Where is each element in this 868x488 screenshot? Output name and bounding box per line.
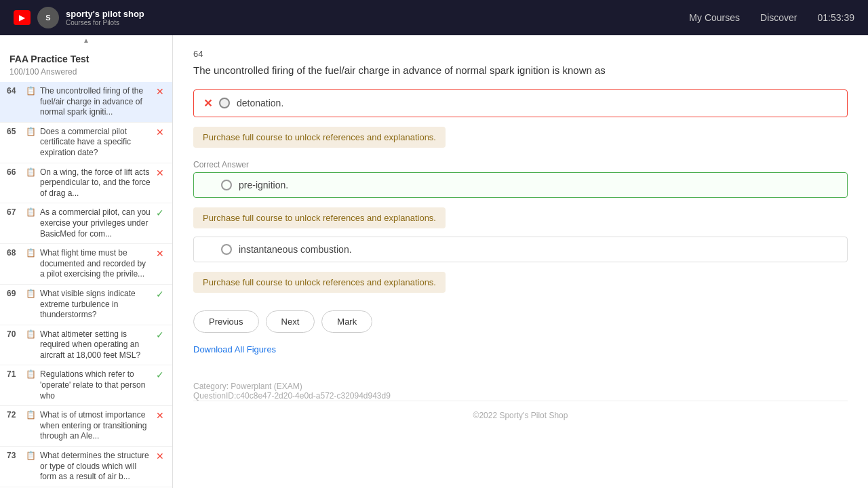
- sidebar-item-icon: 📋: [26, 86, 36, 96]
- sidebar-item-num: 72: [7, 410, 22, 420]
- sidebar-item-status: ✕: [155, 167, 165, 178]
- answer-text-b: pre-ignition.: [239, 180, 288, 190]
- answer-option-a[interactable]: ✕ detonation.: [193, 89, 848, 117]
- answer-option-c[interactable]: instantaneous combustion.: [193, 237, 848, 262]
- sidebar-item-status: ✓: [155, 369, 165, 380]
- sidebar-item-num: 69: [7, 289, 22, 298]
- sidebar-item-icon: 📋: [26, 410, 36, 420]
- sidebar-item-text: On a wing, the force of lift acts perpen…: [40, 167, 151, 199]
- timer: 01:53:39: [818, 12, 855, 23]
- unlock-banner-a: Purchase full course to unlock reference…: [193, 127, 446, 148]
- youtube-button[interactable]: [14, 10, 31, 25]
- question-number: 64: [193, 49, 848, 59]
- sidebar-item-status: ✕: [155, 410, 165, 421]
- sidebar-item-status: ✓: [155, 289, 165, 300]
- sidebar-item-icon: 📋: [26, 207, 36, 217]
- sidebar-item-text: What is of utmost importance when enteri…: [40, 410, 151, 442]
- sidebar-item-num: 65: [7, 127, 22, 136]
- sidebar-title: FAA Practice Test: [0, 45, 172, 67]
- sidebar-item-text: What determines the structure or type of…: [40, 451, 151, 483]
- question-text: The uncontrolled firing of the fuel/air …: [193, 63, 848, 79]
- sidebar-item-status: ✓: [155, 207, 165, 218]
- sidebar-item-text: What visible signs indicate extreme turb…: [40, 289, 151, 321]
- sidebar-item-status: ✕: [155, 451, 165, 462]
- sidebar-item-num: 71: [7, 369, 22, 379]
- sidebar-item-icon: 📋: [26, 167, 36, 177]
- answer-option-b[interactable]: pre-ignition.: [193, 172, 848, 198]
- footer: ©2022 Sporty's Pilot Shop: [193, 401, 848, 430]
- sidebar-item-67[interactable]: 67 📋 As a commercial pilot, can you exer…: [0, 203, 172, 244]
- nav-my-courses[interactable]: My Courses: [689, 12, 740, 23]
- sidebar-item-73[interactable]: 73 📋 What determines the structure or ty…: [0, 447, 172, 487]
- answer-text-c: instantaneous combustion.: [239, 244, 352, 255]
- sidebar-item-status: ✕: [155, 248, 165, 259]
- sidebar-item-icon: 📋: [26, 329, 36, 339]
- sidebar-item-72[interactable]: 72 📋 What is of utmost importance when e…: [0, 406, 172, 447]
- category: Category: Powerplant (EXAM): [193, 382, 848, 391]
- sidebar-item-icon: 📋: [26, 451, 36, 460]
- sidebar-item-status: ✕: [155, 127, 165, 138]
- app-header: S sporty's pilot shop Courses for Pilots…: [0, 0, 868, 35]
- sidebar-scroll-up[interactable]: ▲: [0, 35, 172, 45]
- logo-avatar: S: [37, 7, 59, 28]
- download-figures-link[interactable]: Download All Figures: [193, 344, 276, 354]
- header-left: S sporty's pilot shop Courses for Pilots: [14, 7, 144, 28]
- sidebar-item-icon: 📋: [26, 248, 36, 258]
- main-content: 64 The uncontrolled firing of the fuel/a…: [173, 35, 868, 488]
- sidebar-item-num: 67: [7, 207, 22, 217]
- sidebar-item-71[interactable]: 71 📋 Regulations which refer to 'operate…: [0, 365, 172, 406]
- sidebar-item-num: 70: [7, 329, 22, 339]
- sidebar-answered: 100/100 Answered: [0, 67, 172, 82]
- question-id: QuestionID:c40c8e47-2d20-4e0d-a572-c3209…: [193, 391, 848, 401]
- sidebar-item-status: ✕: [155, 86, 165, 97]
- header-nav: My Courses Discover 01:53:39: [689, 12, 854, 23]
- main-layout: ▲ FAA Practice Test 100/100 Answered 64 …: [0, 35, 868, 488]
- sidebar-item-text: Does a commercial pilot certificate have…: [40, 127, 151, 159]
- sidebar-item-66[interactable]: 66 📋 On a wing, the force of lift acts p…: [0, 163, 172, 204]
- meta-info: Category: Powerplant (EXAM) QuestionID:c…: [193, 382, 848, 401]
- nav-discover[interactable]: Discover: [760, 12, 797, 23]
- sidebar-item-icon: 📋: [26, 127, 36, 136]
- sidebar-item-text: What flight time must be documented and …: [40, 248, 151, 280]
- radio-b: [221, 180, 232, 190]
- sidebar-item-icon: 📋: [26, 369, 36, 379]
- sidebar-item-status: ✓: [155, 329, 165, 340]
- sidebar-item-text: The uncontrolled firing of the fuel/air …: [40, 86, 151, 118]
- correct-answer-label: Correct Answer: [193, 160, 848, 169]
- previous-button[interactable]: Previous: [193, 310, 259, 333]
- mark-button[interactable]: Mark: [321, 310, 372, 333]
- sidebar-list: 64 📋 The uncontrolled firing of the fuel…: [0, 82, 172, 487]
- answer-text-a: detonation.: [237, 98, 283, 108]
- sidebar-item-65[interactable]: 65 📋 Does a commercial pilot certificate…: [0, 123, 172, 163]
- sidebar-item-68[interactable]: 68 📋 What flight time must be documented…: [0, 244, 172, 285]
- radio-a: [219, 98, 230, 108]
- logo-sub: Courses for Pilots: [66, 19, 144, 26]
- sidebar-item-64[interactable]: 64 📋 The uncontrolled firing of the fuel…: [0, 82, 172, 123]
- sidebar-item-text: What altimeter setting is required when …: [40, 329, 151, 361]
- action-buttons: Previous Next Mark: [193, 310, 848, 333]
- sidebar-item-text: As a commercial pilot, can you exercise …: [40, 207, 151, 239]
- sidebar: ▲ FAA Practice Test 100/100 Answered 64 …: [0, 35, 173, 488]
- sidebar-item-70[interactable]: 70 📋 What altimeter setting is required …: [0, 325, 172, 366]
- sidebar-item-num: 66: [7, 167, 22, 177]
- sidebar-item-num: 64: [7, 86, 22, 96]
- sidebar-item-69[interactable]: 69 📋 What visible signs indicate extreme…: [0, 285, 172, 325]
- next-button[interactable]: Next: [266, 310, 315, 333]
- sidebar-item-icon: 📋: [26, 289, 36, 298]
- unlock-banner-c: Purchase full course to unlock reference…: [193, 272, 446, 293]
- radio-c: [221, 244, 232, 255]
- sidebar-item-num: 68: [7, 248, 22, 258]
- sidebar-item-text: Regulations which refer to 'operate' rel…: [40, 369, 151, 401]
- sidebar-item-num: 73: [7, 451, 22, 460]
- unlock-banner-b: Purchase full course to unlock reference…: [193, 207, 446, 228]
- logo-name: sporty's pilot shop: [66, 9, 144, 20]
- wrong-icon-a: ✕: [203, 97, 212, 110]
